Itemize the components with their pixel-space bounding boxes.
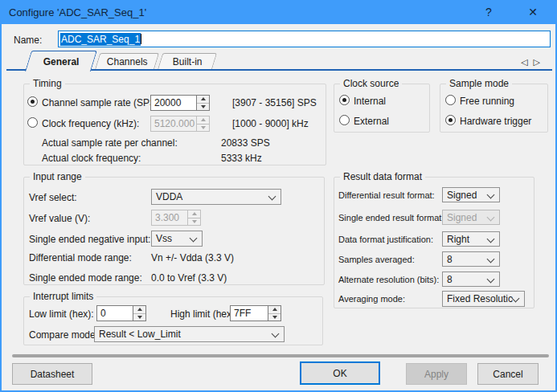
actual-sample-rate-value: 20833 SPS	[221, 137, 270, 149]
external-radio[interactable]	[339, 115, 350, 125]
clock-frequency-label: Clock frequency (kHz):	[42, 118, 139, 129]
low-limit-spinner[interactable]: 0	[96, 305, 146, 321]
tab-channels-label: Channels	[106, 56, 147, 67]
vref-value-spinner: 3.300	[151, 210, 201, 226]
free-running-radio-label: Free running	[460, 96, 514, 107]
tab-scroll-right-icon[interactable]: ▷	[534, 57, 546, 67]
vref-select-label: Vref select:	[29, 192, 77, 203]
actual-clock-frequency-value: 5333 kHz	[221, 153, 262, 164]
chevron-down-icon	[268, 193, 276, 201]
channel-sample-rate-value[interactable]: 20000	[150, 95, 197, 111]
averaging-mode-value: Fixed Resolutic	[447, 293, 513, 304]
name-label: Name:	[14, 35, 42, 46]
compare-mode-combo[interactable]: Result < Low_Limit	[94, 326, 285, 342]
data-format-justification-value: Right	[447, 234, 469, 245]
sample-mode-group-title: Sample mode	[446, 78, 512, 89]
se-result-format-label: Single ended result format:	[338, 213, 444, 223]
se-negative-input-value: Vss	[156, 233, 172, 244]
tab-built-in-label: Built-in	[173, 56, 203, 67]
clock-frequency-range: [1000 - 9000] kHz	[232, 118, 309, 129]
alternate-resolution-label: Alternate resolution (bits):	[338, 275, 439, 284]
spinner-down-icon	[197, 124, 209, 132]
tab-general-label: General	[43, 56, 79, 67]
configure-dialog: Configure 'ADC_SAR_Seq_1' ? ✕ Name: ADC_…	[0, 0, 557, 392]
chevron-down-icon	[487, 191, 495, 199]
help-icon[interactable]: ?	[473, 0, 505, 24]
diff-mode-range-value: Vn +/- Vdda (3.3 V)	[151, 252, 234, 263]
tab-scroll-arrows: ◁▷	[521, 57, 546, 67]
se-negative-input-combo[interactable]: Vss	[151, 231, 203, 247]
spinner-down-icon[interactable]	[133, 313, 145, 321]
clock-frequency-value: 5120.000	[150, 116, 197, 132]
horizontal-scrollbar[interactable]	[12, 354, 549, 357]
se-mode-range-label: Single ended mode range:	[29, 272, 142, 284]
samples-averaged-value: 8	[447, 254, 453, 265]
clock-source-group-title: Clock source	[340, 78, 402, 89]
chevron-down-icon	[487, 235, 495, 243]
low-limit-value[interactable]: 0	[96, 305, 133, 321]
actual-clock-frequency-label: Actual clock frequency:	[42, 153, 141, 164]
hardware-trigger-radio[interactable]	[445, 115, 456, 125]
datasheet-button[interactable]: Datasheet	[12, 363, 92, 385]
compare-mode-value: Result < Low_Limit	[99, 329, 181, 340]
tab-scroll-left-icon[interactable]: ◁	[521, 57, 533, 67]
sample-rate-range: [3907 - 35156] SPS	[232, 97, 317, 108]
text-caret	[141, 34, 141, 44]
internal-radio[interactable]	[339, 95, 350, 105]
input-range-group-title: Input range	[30, 171, 85, 182]
se-negative-input-label: Single ended negative input:	[29, 234, 150, 245]
vref-value-label: Vref value (V):	[29, 213, 90, 224]
internal-radio-label: Internal	[354, 96, 386, 107]
vref-select-combo[interactable]: VDDA	[151, 189, 281, 205]
alternate-resolution-value: 8	[447, 274, 453, 285]
high-limit-spinner[interactable]: 7FF	[230, 305, 281, 321]
chevron-down-icon	[487, 276, 495, 284]
free-running-radio[interactable]	[445, 95, 456, 105]
se-result-format-combo: Signed	[442, 210, 500, 225]
spinner-down-icon	[188, 218, 200, 226]
tab-built-in[interactable]: Built-in	[158, 53, 217, 70]
data-format-justification-combo[interactable]: Right	[442, 231, 500, 247]
spinner-up-icon	[188, 210, 200, 218]
close-icon[interactable]: ✕	[517, 0, 549, 24]
spinner-up-icon	[197, 116, 209, 124]
spinner-up-icon[interactable]	[268, 306, 281, 313]
averaging-mode-label: Averaging mode:	[338, 294, 405, 304]
spinner-up-icon[interactable]	[197, 96, 209, 103]
vref-value-value: 3.300	[151, 210, 188, 226]
external-radio-label: External	[354, 116, 389, 127]
alternate-resolution-combo[interactable]: 8	[442, 272, 500, 287]
se-mode-range-value: 0.0 to Vref (3.3 V)	[151, 272, 227, 284]
dialog-title: Configure 'ADC_SAR_Seq_1'	[9, 6, 146, 18]
high-limit-label: High limit (hex):	[170, 308, 237, 320]
title-bar: Configure 'ADC_SAR_Seq_1' ? ✕	[0, 0, 557, 24]
channel-sample-rate-radio[interactable]	[27, 96, 38, 107]
high-limit-value[interactable]: 7FF	[230, 305, 268, 321]
apply-button: Apply	[406, 363, 467, 385]
diff-mode-range-label: Differential mode range:	[29, 252, 132, 263]
spinner-down-icon[interactable]	[268, 313, 281, 321]
samples-averaged-label: Samples averaged:	[338, 255, 415, 264]
diff-result-format-combo[interactable]: Signed	[442, 187, 500, 202]
channel-sample-rate-label: Channel sample rate (SPS):	[42, 97, 162, 108]
diff-result-format-label: Differential result format:	[338, 190, 435, 200]
actual-sample-rate-label: Actual sample rate per channel:	[42, 137, 178, 149]
averaging-mode-combo[interactable]: Fixed Resolutic	[442, 291, 525, 307]
spinner-down-icon[interactable]	[197, 103, 209, 111]
vref-select-value: VDDA	[156, 191, 182, 202]
interrupt-limits-group-title: Interrupt limits	[30, 291, 96, 302]
chevron-down-icon	[272, 330, 280, 338]
spinner-up-icon[interactable]	[133, 306, 145, 313]
ok-button[interactable]: OK	[300, 361, 380, 385]
diff-result-format-value: Signed	[447, 190, 477, 201]
tab-channels[interactable]: Channels	[95, 53, 159, 70]
tab-general[interactable]: General	[25, 51, 97, 71]
compare-mode-label: Compare mode:	[29, 329, 98, 341]
samples-averaged-combo[interactable]: 8	[442, 251, 500, 267]
cancel-button[interactable]: Cancel	[477, 363, 539, 385]
name-input[interactable]: ADC_SAR_Seq_1	[58, 31, 551, 47]
chevron-down-icon	[487, 255, 495, 263]
result-data-format-group-title: Result data format	[340, 171, 425, 182]
channel-sample-rate-spinner[interactable]: 20000	[150, 95, 210, 111]
clock-frequency-radio[interactable]	[27, 117, 38, 128]
